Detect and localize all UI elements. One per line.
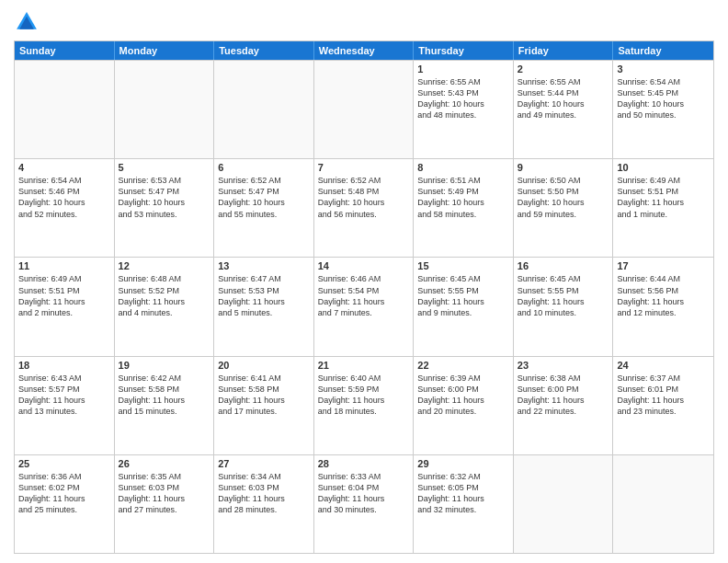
day-info: Sunrise: 6:38 AM Sunset: 6:00 PM Dayligh…: [518, 373, 609, 418]
calendar-cell: 28Sunrise: 6:33 AM Sunset: 6:04 PM Dayli…: [314, 455, 415, 553]
calendar-cell: 29Sunrise: 6:32 AM Sunset: 6:05 PM Dayli…: [414, 455, 514, 553]
day-info: Sunrise: 6:44 AM Sunset: 5:56 PM Dayligh…: [617, 273, 710, 318]
calendar-cell: 23Sunrise: 6:38 AM Sunset: 6:00 PM Dayli…: [514, 357, 614, 454]
day-info: Sunrise: 6:51 AM Sunset: 5:49 PM Dayligh…: [417, 175, 509, 220]
day-number: 11: [18, 260, 110, 271]
day-info: Sunrise: 6:39 AM Sunset: 6:00 PM Dayligh…: [417, 373, 509, 418]
logo: [14, 9, 43, 35]
day-info: Sunrise: 6:41 AM Sunset: 5:58 PM Dayligh…: [218, 373, 310, 418]
day-info: Sunrise: 6:47 AM Sunset: 5:53 PM Dayligh…: [218, 273, 310, 318]
day-info: Sunrise: 6:45 AM Sunset: 5:55 PM Dayligh…: [518, 273, 609, 318]
day-number: 25: [18, 458, 110, 469]
calendar-cell: 22Sunrise: 6:39 AM Sunset: 6:00 PM Dayli…: [414, 357, 514, 454]
day-info: Sunrise: 6:40 AM Sunset: 5:59 PM Dayligh…: [318, 373, 410, 418]
calendar-cell: 21Sunrise: 6:40 AM Sunset: 5:59 PM Dayli…: [314, 357, 415, 454]
calendar-cell: 6Sunrise: 6:52 AM Sunset: 5:47 PM Daylig…: [214, 159, 314, 257]
day-info: Sunrise: 6:54 AM Sunset: 5:45 PM Dayligh…: [617, 76, 710, 121]
calendar-cell: 15Sunrise: 6:45 AM Sunset: 5:55 PM Dayli…: [414, 258, 514, 355]
calendar-cell: 1Sunrise: 6:55 AM Sunset: 5:43 PM Daylig…: [414, 61, 514, 158]
calendar-header-row: SundayMondayTuesdayWednesdayThursdayFrid…: [15, 41, 713, 60]
day-number: 22: [417, 360, 509, 371]
calendar: SundayMondayTuesdayWednesdayThursdayFrid…: [14, 40, 714, 554]
header-cell-wednesday: Wednesday: [314, 41, 415, 60]
day-info: Sunrise: 6:43 AM Sunset: 5:57 PM Dayligh…: [18, 373, 110, 418]
day-number: 23: [518, 360, 609, 371]
day-info: Sunrise: 6:34 AM Sunset: 6:03 PM Dayligh…: [218, 471, 310, 516]
day-info: Sunrise: 6:35 AM Sunset: 6:03 PM Dayligh…: [119, 471, 210, 516]
calendar-cell: 17Sunrise: 6:44 AM Sunset: 5:56 PM Dayli…: [613, 258, 713, 355]
day-number: 18: [18, 360, 110, 371]
calendar-cell: 16Sunrise: 6:45 AM Sunset: 5:55 PM Dayli…: [514, 258, 614, 355]
day-number: 26: [119, 458, 210, 469]
calendar-cell: 7Sunrise: 6:52 AM Sunset: 5:48 PM Daylig…: [314, 159, 415, 257]
day-info: Sunrise: 6:37 AM Sunset: 6:01 PM Dayligh…: [617, 373, 710, 418]
day-number: 9: [518, 162, 609, 173]
day-number: 10: [617, 162, 710, 173]
day-number: 29: [417, 458, 509, 469]
day-info: Sunrise: 6:32 AM Sunset: 6:05 PM Dayligh…: [417, 471, 509, 516]
header-cell-monday: Monday: [115, 41, 215, 60]
day-info: Sunrise: 6:52 AM Sunset: 5:48 PM Dayligh…: [318, 175, 410, 220]
page: SundayMondayTuesdayWednesdayThursdayFrid…: [0, 0, 728, 563]
calendar-cell: [115, 61, 215, 158]
calendar-week-4: 18Sunrise: 6:43 AM Sunset: 5:57 PM Dayli…: [15, 356, 713, 454]
calendar-cell: [613, 455, 713, 553]
calendar-cell: 3Sunrise: 6:54 AM Sunset: 5:45 PM Daylig…: [613, 61, 713, 158]
calendar-week-1: 1Sunrise: 6:55 AM Sunset: 5:43 PM Daylig…: [15, 60, 713, 158]
day-info: Sunrise: 6:49 AM Sunset: 5:51 PM Dayligh…: [18, 273, 110, 318]
day-info: Sunrise: 6:48 AM Sunset: 5:52 PM Dayligh…: [119, 273, 210, 318]
header-cell-sunday: Sunday: [15, 41, 115, 60]
calendar-cell: 27Sunrise: 6:34 AM Sunset: 6:03 PM Dayli…: [214, 455, 314, 553]
calendar-cell: 9Sunrise: 6:50 AM Sunset: 5:50 PM Daylig…: [514, 159, 614, 257]
header: [14, 9, 714, 35]
day-info: Sunrise: 6:53 AM Sunset: 5:47 PM Dayligh…: [119, 175, 210, 220]
day-number: 2: [518, 63, 609, 75]
day-info: Sunrise: 6:54 AM Sunset: 5:46 PM Dayligh…: [18, 175, 110, 220]
day-number: 13: [218, 260, 310, 271]
calendar-cell: 5Sunrise: 6:53 AM Sunset: 5:47 PM Daylig…: [115, 159, 215, 257]
day-number: 7: [318, 162, 410, 173]
calendar-cell: 10Sunrise: 6:49 AM Sunset: 5:51 PM Dayli…: [613, 159, 713, 257]
calendar-cell: [15, 61, 115, 158]
day-info: Sunrise: 6:45 AM Sunset: 5:55 PM Dayligh…: [417, 273, 509, 318]
calendar-cell: [214, 61, 314, 158]
day-number: 12: [119, 260, 210, 271]
day-number: 14: [318, 260, 410, 271]
calendar-cell: 24Sunrise: 6:37 AM Sunset: 6:01 PM Dayli…: [613, 357, 713, 454]
calendar-cell: [514, 455, 614, 553]
day-number: 21: [318, 360, 410, 371]
calendar-cell: 20Sunrise: 6:41 AM Sunset: 5:58 PM Dayli…: [214, 357, 314, 454]
day-number: 8: [417, 162, 509, 173]
calendar-body: 1Sunrise: 6:55 AM Sunset: 5:43 PM Daylig…: [15, 60, 713, 553]
calendar-week-2: 4Sunrise: 6:54 AM Sunset: 5:46 PM Daylig…: [15, 158, 713, 257]
day-number: 1: [417, 63, 509, 75]
day-number: 4: [18, 162, 110, 173]
calendar-cell: 25Sunrise: 6:36 AM Sunset: 6:02 PM Dayli…: [15, 455, 115, 553]
header-cell-saturday: Saturday: [613, 41, 713, 60]
day-info: Sunrise: 6:46 AM Sunset: 5:54 PM Dayligh…: [318, 273, 410, 318]
calendar-week-3: 11Sunrise: 6:49 AM Sunset: 5:51 PM Dayli…: [15, 257, 713, 355]
calendar-cell: 13Sunrise: 6:47 AM Sunset: 5:53 PM Dayli…: [214, 258, 314, 355]
day-number: 3: [617, 63, 710, 75]
header-cell-friday: Friday: [514, 41, 614, 60]
day-number: 27: [218, 458, 310, 469]
day-info: Sunrise: 6:55 AM Sunset: 5:44 PM Dayligh…: [518, 76, 609, 121]
day-info: Sunrise: 6:52 AM Sunset: 5:47 PM Dayligh…: [218, 175, 310, 220]
calendar-cell: 4Sunrise: 6:54 AM Sunset: 5:46 PM Daylig…: [15, 159, 115, 257]
day-info: Sunrise: 6:42 AM Sunset: 5:58 PM Dayligh…: [119, 373, 210, 418]
day-info: Sunrise: 6:33 AM Sunset: 6:04 PM Dayligh…: [318, 471, 410, 516]
calendar-cell: 14Sunrise: 6:46 AM Sunset: 5:54 PM Dayli…: [314, 258, 415, 355]
day-info: Sunrise: 6:49 AM Sunset: 5:51 PM Dayligh…: [617, 175, 710, 220]
calendar-cell: 26Sunrise: 6:35 AM Sunset: 6:03 PM Dayli…: [115, 455, 215, 553]
day-number: 17: [617, 260, 710, 271]
day-info: Sunrise: 6:36 AM Sunset: 6:02 PM Dayligh…: [18, 471, 110, 516]
day-number: 20: [218, 360, 310, 371]
day-number: 16: [518, 260, 609, 271]
calendar-week-5: 25Sunrise: 6:36 AM Sunset: 6:02 PM Dayli…: [15, 454, 713, 553]
calendar-cell: 8Sunrise: 6:51 AM Sunset: 5:49 PM Daylig…: [414, 159, 514, 257]
calendar-cell: [314, 61, 415, 158]
calendar-cell: 2Sunrise: 6:55 AM Sunset: 5:44 PM Daylig…: [514, 61, 614, 158]
day-number: 6: [218, 162, 310, 173]
logo-icon: [14, 9, 40, 35]
header-cell-tuesday: Tuesday: [214, 41, 314, 60]
